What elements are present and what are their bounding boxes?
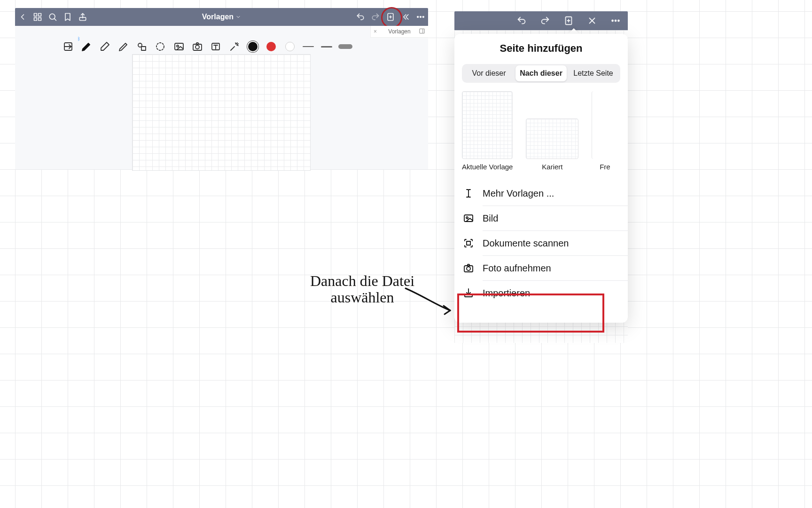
laser-tool-icon[interactable] bbox=[227, 39, 241, 54]
svg-point-19 bbox=[156, 43, 164, 50]
sidebar-toggle-icon[interactable] bbox=[398, 12, 413, 22]
app1-tab[interactable]: × Vorlagen bbox=[370, 26, 428, 38]
template-squared[interactable]: Kariert bbox=[526, 119, 578, 171]
color-black-swatch[interactable] bbox=[246, 39, 259, 54]
templates-row: Aktuelle Vorlage Kariert Fre bbox=[454, 91, 628, 171]
line-medium[interactable] bbox=[320, 39, 334, 54]
svg-rect-20 bbox=[175, 43, 183, 50]
svg-rect-18 bbox=[141, 47, 146, 50]
scan-icon bbox=[463, 238, 474, 249]
zoom-tool-icon[interactable] bbox=[61, 39, 75, 54]
app2-add-page-icon[interactable] bbox=[560, 12, 577, 29]
svg-point-21 bbox=[177, 45, 179, 47]
segment-after-this[interactable]: Nach dieser bbox=[515, 65, 567, 81]
text-cursor-icon bbox=[463, 188, 474, 199]
app1-top-bar: Vorlagen bbox=[15, 8, 428, 26]
text-tool-icon[interactable] bbox=[209, 39, 223, 54]
svg-point-32 bbox=[618, 20, 619, 22]
app2-redo-icon[interactable] bbox=[537, 12, 554, 29]
svg-point-10 bbox=[417, 16, 419, 18]
segment-last-page[interactable]: Letzte Seite bbox=[568, 65, 619, 81]
image-tool-icon[interactable] bbox=[172, 39, 186, 54]
menu-image[interactable]: Bild bbox=[454, 206, 628, 230]
svg-point-4 bbox=[49, 14, 55, 19]
pen-tool-icon[interactable]: ᛒ bbox=[79, 39, 93, 54]
app2-close-icon[interactable] bbox=[584, 12, 601, 29]
undo-icon[interactable] bbox=[353, 12, 368, 22]
svg-rect-1 bbox=[39, 14, 41, 16]
template-squared-label: Kariert bbox=[542, 163, 562, 171]
template-free[interactable]: Fre bbox=[592, 91, 618, 171]
menu-take-photo[interactable]: Foto aufnehmen bbox=[454, 256, 628, 280]
menu-import-label: Importieren bbox=[483, 288, 530, 299]
svg-point-12 bbox=[423, 16, 424, 18]
bluetooth-badge-icon: ᛒ bbox=[78, 36, 80, 41]
svg-point-37 bbox=[467, 267, 470, 270]
eraser-tool-icon[interactable] bbox=[98, 39, 112, 54]
segment-before-this[interactable]: Vor dieser bbox=[463, 65, 515, 81]
line-thin[interactable] bbox=[301, 39, 315, 54]
svg-point-30 bbox=[612, 20, 613, 22]
add-page-menu: Mehr Vorlagen ... Bild Dokumente scannen… bbox=[454, 181, 628, 305]
app1-tab-label: Vorlagen bbox=[388, 28, 410, 35]
line-thick[interactable] bbox=[338, 39, 352, 54]
share-icon[interactable] bbox=[75, 12, 90, 22]
highlighter-tool-icon[interactable] bbox=[117, 39, 130, 54]
template-current-label: Aktuelle Vorlage bbox=[462, 163, 513, 171]
svg-line-5 bbox=[55, 19, 56, 21]
camera-tool-icon[interactable] bbox=[190, 39, 204, 54]
svg-point-11 bbox=[420, 16, 422, 18]
back-icon[interactable] bbox=[15, 12, 30, 22]
app2-undo-icon[interactable] bbox=[513, 12, 530, 29]
template-free-label: Fre bbox=[600, 163, 610, 171]
svg-rect-33 bbox=[464, 215, 473, 222]
search-icon[interactable] bbox=[45, 12, 60, 22]
color-red-swatch[interactable] bbox=[265, 39, 278, 54]
menu-more-templates[interactable]: Mehr Vorlagen ... bbox=[454, 181, 628, 206]
app2-top-bar bbox=[454, 11, 628, 30]
svg-rect-0 bbox=[34, 14, 37, 16]
svg-rect-3 bbox=[39, 18, 41, 21]
redo-icon[interactable] bbox=[368, 12, 383, 22]
shapes-tool-icon[interactable] bbox=[135, 39, 148, 54]
camera-icon bbox=[463, 262, 474, 274]
add-page-icon[interactable] bbox=[383, 12, 398, 22]
add-page-popover: Seite hinzufügen Vor dieser Nach dieser … bbox=[454, 34, 628, 323]
menu-scan-documents[interactable]: Dokumente scannen bbox=[454, 231, 628, 255]
popover-caret bbox=[568, 28, 579, 34]
template-squared-thumb bbox=[526, 119, 578, 159]
svg-point-34 bbox=[466, 217, 468, 219]
image-icon bbox=[463, 213, 474, 224]
template-current[interactable]: Aktuelle Vorlage bbox=[462, 91, 513, 171]
app1-title-text: Vorlagen bbox=[202, 13, 234, 21]
import-icon bbox=[463, 287, 474, 299]
svg-point-31 bbox=[615, 20, 617, 22]
menu-scan-label: Dokumente scannen bbox=[483, 238, 569, 249]
close-tab-icon[interactable]: × bbox=[374, 28, 377, 35]
app1-page-thumbnail[interactable] bbox=[133, 55, 310, 170]
lasso-tool-icon[interactable] bbox=[154, 39, 167, 54]
template-current-thumb bbox=[462, 91, 513, 159]
svg-rect-35 bbox=[467, 241, 470, 245]
tool-strip: ᛒ bbox=[61, 39, 352, 55]
color-white-swatch[interactable] bbox=[283, 39, 297, 54]
template-free-thumb bbox=[592, 91, 618, 159]
more-icon[interactable] bbox=[413, 12, 428, 22]
thumbnails-icon[interactable] bbox=[30, 12, 45, 22]
svg-rect-13 bbox=[420, 29, 425, 33]
position-segmented-control: Vor dieser Nach dieser Letzte Seite bbox=[462, 64, 620, 83]
bookmark-icon[interactable] bbox=[60, 12, 75, 22]
app1-title[interactable]: Vorlagen bbox=[90, 13, 353, 21]
menu-photo-label: Foto aufnehmen bbox=[483, 263, 551, 274]
menu-more-templates-label: Mehr Vorlagen ... bbox=[483, 188, 554, 199]
app2-more-icon[interactable] bbox=[607, 12, 624, 29]
menu-import[interactable]: Importieren bbox=[454, 281, 628, 305]
tab-layout-icon[interactable] bbox=[419, 28, 425, 36]
menu-image-label: Bild bbox=[483, 213, 498, 224]
popover-title: Seite hinzufügen bbox=[454, 34, 628, 59]
svg-rect-2 bbox=[34, 18, 37, 21]
svg-point-23 bbox=[195, 45, 199, 49]
